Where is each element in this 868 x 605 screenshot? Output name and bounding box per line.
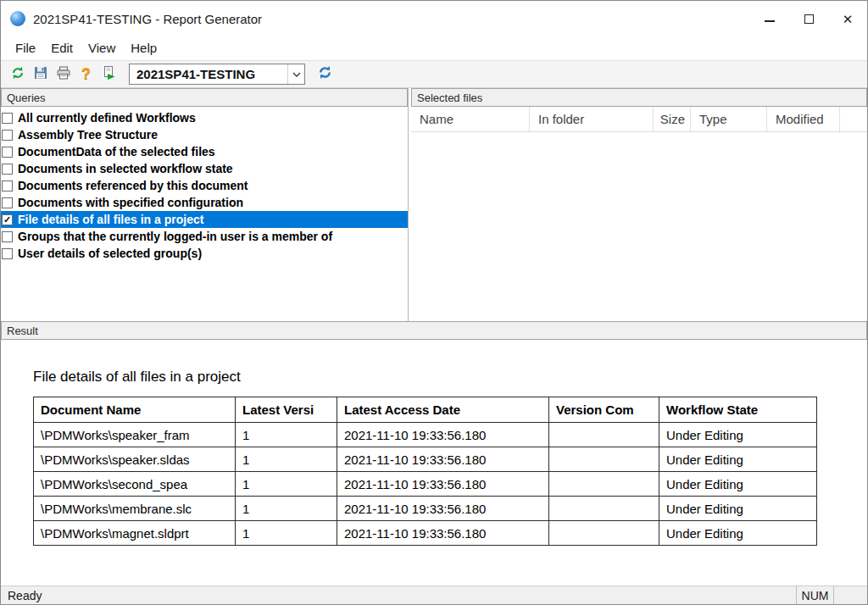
minimize-button[interactable] xyxy=(750,1,789,36)
maximize-icon xyxy=(804,14,814,24)
result-cell xyxy=(549,423,659,447)
files-column-header[interactable]: Size xyxy=(654,107,691,131)
statusbar: Ready NUM xyxy=(1,586,867,604)
query-checkbox[interactable] xyxy=(2,248,13,259)
query-label: Assembly Tree Structure xyxy=(18,128,158,142)
result-column-header: Document Name xyxy=(34,397,236,423)
workspace: Queries All currently defined WorkflowsA… xyxy=(1,88,867,321)
query-item[interactable]: Assembly Tree Structure xyxy=(1,126,408,143)
query-item[interactable]: Documents in selected workflow state xyxy=(1,160,408,177)
result-row: \PDMWorks\membrane.slc12021-11-10 19:33:… xyxy=(34,497,817,521)
result-cell: 2021-11-10 19:33:56.180 xyxy=(337,472,549,497)
close-button[interactable]: ✕ xyxy=(828,1,867,36)
query-checkbox[interactable] xyxy=(2,231,13,242)
refresh-icon xyxy=(317,64,333,84)
result-cell: 2021-11-10 19:33:56.180 xyxy=(337,423,549,447)
window-title: 2021SP41-TESTING - Report Generator xyxy=(33,12,262,26)
result-content: File details of all files in a project D… xyxy=(1,340,867,586)
files-column-header[interactable]: Modified xyxy=(767,107,840,131)
window-controls: ✕ xyxy=(750,1,867,36)
query-checkbox[interactable] xyxy=(2,180,13,191)
save-icon xyxy=(33,65,48,84)
app-icon xyxy=(10,11,25,26)
queries-panel-header: Queries xyxy=(1,88,408,107)
query-checkbox[interactable] xyxy=(2,147,13,158)
query-item[interactable]: File details of all files in a project xyxy=(1,211,408,228)
selected-files-panel-header: Selected files xyxy=(411,88,867,107)
toolbar: ? 2021SP41-TESTING xyxy=(1,60,867,88)
query-label: DocumentData of the selected files xyxy=(18,145,215,158)
menubar: File Edit View Help xyxy=(1,36,867,60)
menu-file[interactable]: File xyxy=(8,36,43,60)
help-icon: ? xyxy=(81,65,91,83)
result-cell xyxy=(549,521,659,546)
query-label: All currently defined Workflows xyxy=(18,111,196,125)
result-row: \PDMWorks\second_spea12021-11-10 19:33:5… xyxy=(34,472,817,497)
queries-list: All currently defined WorkflowsAssembly … xyxy=(1,107,408,321)
vault-selector-value: 2021SP41-TESTING xyxy=(130,67,287,81)
menu-help[interactable]: Help xyxy=(123,36,164,60)
query-item[interactable]: DocumentData of the selected files xyxy=(1,143,408,160)
result-cell: Under Editing xyxy=(659,521,817,546)
query-item[interactable]: User details of selected group(s) xyxy=(1,245,408,262)
query-checkbox[interactable] xyxy=(2,214,13,225)
titlebar: 2021SP41-TESTING - Report Generator ✕ xyxy=(1,1,867,36)
result-heading: File details of all files in a project xyxy=(33,369,867,386)
queries-panel: Queries All currently defined WorkflowsA… xyxy=(1,88,409,321)
result-cell xyxy=(549,497,659,521)
query-item[interactable]: Documents with specified configuration xyxy=(1,194,408,211)
menu-edit[interactable]: Edit xyxy=(43,36,81,60)
maximize-button[interactable] xyxy=(789,1,828,36)
save-button[interactable] xyxy=(29,63,52,86)
files-column-header[interactable]: Type xyxy=(691,107,767,131)
query-checkbox[interactable] xyxy=(2,113,13,124)
selected-files-panel: Selected files NameIn folderSizeTypeModi… xyxy=(411,88,867,321)
refresh-list-icon xyxy=(10,65,25,84)
result-table-body: \PDMWorks\speaker_fram12021-11-10 19:33:… xyxy=(34,423,817,546)
files-columns: NameIn folderSizeTypeModified xyxy=(411,107,867,132)
result-cell: \PDMWorks\speaker_fram xyxy=(34,423,236,447)
refresh-button[interactable] xyxy=(314,63,337,86)
query-item[interactable]: Documents referenced by this document xyxy=(1,177,408,194)
result-cell: 2021-11-10 19:33:56.180 xyxy=(337,447,549,472)
result-cell: \PDMWorks\membrane.slc xyxy=(34,497,236,521)
query-label: Documents with specified configuration xyxy=(18,196,243,209)
run-report-button[interactable] xyxy=(97,63,120,86)
help-button[interactable]: ? xyxy=(75,63,97,86)
refresh-list-button[interactable] xyxy=(6,63,29,86)
query-checkbox[interactable] xyxy=(2,130,13,141)
query-label: Documents in selected workflow state xyxy=(18,162,233,175)
status-message: Ready xyxy=(1,589,796,602)
result-cell: 1 xyxy=(236,423,337,447)
query-item[interactable]: All currently defined Workflows xyxy=(1,109,408,126)
query-checkbox[interactable] xyxy=(2,197,13,208)
result-cell: Under Editing xyxy=(659,497,817,521)
files-column-header[interactable]: In folder xyxy=(530,107,654,131)
query-item[interactable]: Groups that the currently logged-in user… xyxy=(1,228,408,245)
files-list-body xyxy=(411,132,867,321)
files-column-header[interactable]: Name xyxy=(411,107,530,131)
result-panel-header: Result xyxy=(1,321,867,340)
result-cell: Under Editing xyxy=(659,472,817,497)
print-button[interactable] xyxy=(52,63,75,86)
chevron-down-icon[interactable] xyxy=(287,64,304,84)
print-icon xyxy=(56,65,71,84)
menu-view[interactable]: View xyxy=(81,36,123,60)
result-cell: 1 xyxy=(236,521,337,546)
result-column-header: Version Com xyxy=(549,397,659,423)
result-cell: 1 xyxy=(236,472,337,497)
result-cell: 1 xyxy=(236,447,337,472)
result-cell: \PDMWorks\magnet.sldprt xyxy=(34,521,236,546)
query-label: Documents referenced by this document xyxy=(18,179,248,192)
result-row: \PDMWorks\speaker_fram12021-11-10 19:33:… xyxy=(34,423,817,447)
result-cell xyxy=(549,472,659,497)
query-checkbox[interactable] xyxy=(2,164,13,175)
query-label: File details of all files in a project xyxy=(18,213,203,226)
result-column-header: Latest Versi xyxy=(236,397,337,423)
result-column-header: Latest Access Date xyxy=(337,397,549,423)
result-cell: 2021-11-10 19:33:56.180 xyxy=(337,497,549,521)
minimize-icon xyxy=(765,20,775,22)
result-table-header-row: Document NameLatest VersiLatest Access D… xyxy=(34,397,817,423)
result-row: \PDMWorks\speaker.sldas12021-11-10 19:33… xyxy=(34,447,817,472)
vault-selector[interactable]: 2021SP41-TESTING xyxy=(129,64,305,85)
